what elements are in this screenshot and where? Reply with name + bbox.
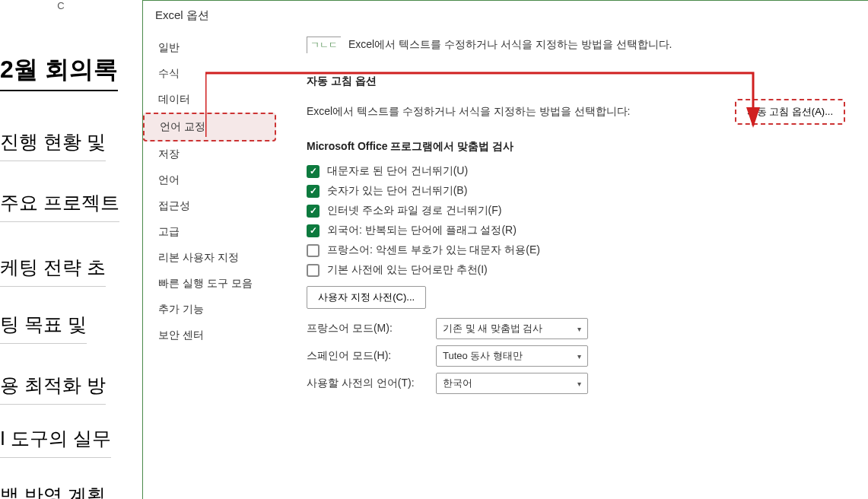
checkbox-french-accent-label: 프랑스어: 악센트 부호가 있는 대문자 허용(E) (327, 243, 540, 257)
sheet-row: 케팅 전략 초 (0, 255, 106, 287)
spanish-mode-select[interactable]: Tuteo 동사 형태만 ▾ (436, 345, 588, 367)
spanish-mode-value: Tuteo 동사 형태만 (443, 349, 523, 363)
autocorrect-options-button[interactable]: 자동 고침 옵션(A)... (735, 99, 845, 125)
checkbox-repeated[interactable]: ✓ (307, 224, 320, 237)
intro-text: Excel에서 텍스트를 수정하거나 서식을 지정하는 방법을 선택합니다. (348, 38, 672, 52)
checkbox-numbers-label: 숫자가 있는 단어 건너뛰기(B) (327, 184, 467, 198)
checkbox-main-dict-label: 기본 사전에 있는 단어로만 추천(I) (327, 263, 488, 277)
excel-options-dialog: Excel 옵션 일반 수식 데이터 언어 교정 저장 언어 접근성 고급 리본… (142, 0, 868, 499)
sheet-row: 주요 프로젝트 (0, 190, 119, 222)
sheet-row: 진행 현황 및 (0, 129, 106, 161)
checkbox-internet[interactable]: ✓ (307, 205, 320, 218)
nav-item-general[interactable]: 일반 (143, 35, 276, 61)
custom-dictionaries-button[interactable]: 사용자 지정 사전(C)... (307, 286, 426, 309)
french-mode-select[interactable]: 기존 및 새 맞춤법 검사 ▾ (436, 318, 588, 339)
chevron-down-icon: ▾ (577, 325, 581, 333)
dict-language-value: 한국어 (443, 377, 472, 390)
nav-item-ribbon[interactable]: 리본 사용자 지정 (143, 245, 276, 271)
checkbox-french-accent[interactable] (307, 244, 320, 257)
chevron-down-icon: ▾ (577, 380, 581, 388)
nav-item-trust[interactable]: 보안 센터 (143, 323, 276, 348)
nav-item-advanced[interactable]: 고급 (143, 219, 276, 245)
dict-language-select[interactable]: 한국어 ▾ (436, 373, 588, 394)
spreadsheet-background: C 2월 회의록 진행 현황 및 주요 프로젝트 케팅 전략 초 팅 목표 및 … (0, 0, 152, 499)
options-content: ㄱㄴㄷ Excel에서 텍스트를 수정하거나 서식을 지정하는 방법을 선택합니… (276, 29, 868, 497)
sheet-row: 용 최적화 방 (0, 373, 106, 405)
nav-item-addins[interactable]: 추가 기능 (143, 297, 276, 323)
checkbox-internet-label: 인터넷 주소와 파일 경로 건너뛰기(F) (327, 204, 501, 218)
nav-item-data[interactable]: 데이터 (143, 87, 276, 113)
nav-item-save[interactable]: 저장 (143, 141, 276, 167)
dict-language-label: 사용할 사전의 언어(T): (307, 377, 421, 390)
sheet-row: 팅 목표 및 (0, 312, 87, 344)
sheet-row: I 도구의 실무 (0, 426, 111, 458)
nav-item-formulas[interactable]: 수식 (143, 61, 276, 87)
checkbox-repeated-label: 외국어: 반복되는 단어에 플래그 설정(R) (327, 224, 517, 237)
nav-item-proofing[interactable]: 언어 교정 (143, 113, 276, 141)
dialog-title: Excel 옵션 (143, 1, 868, 29)
autocorrect-desc: Excel에서 텍스트를 수정하거나 서식을 지정하는 방법을 선택합니다: (307, 105, 720, 119)
column-header-c: C (38, 0, 84, 11)
sheet-row: 백 반영 계획 (0, 483, 106, 499)
section-spelling-header: Microsoft Office 프로그램에서 맞춤법 검사 (307, 140, 845, 154)
checkbox-uppercase-label: 대문자로 된 단어 건너뛰기(U) (327, 164, 468, 178)
options-nav: 일반 수식 데이터 언어 교정 저장 언어 접근성 고급 리본 사용자 지정 빠… (143, 29, 276, 497)
spanish-mode-label: 스페인어 모드(H): (307, 349, 421, 363)
sheet-title: 2월 회의록 (0, 53, 118, 91)
nav-item-language[interactable]: 언어 (143, 167, 276, 193)
chevron-down-icon: ▾ (577, 352, 581, 361)
nav-item-accessibility[interactable]: 접근성 (143, 193, 276, 219)
proofing-icon: ㄱㄴㄷ (307, 37, 341, 53)
checkbox-uppercase[interactable]: ✓ (307, 165, 320, 178)
section-autocorrect-header: 자동 고침 옵션 (307, 75, 845, 88)
checkbox-main-dict[interactable] (307, 264, 320, 277)
nav-item-qat[interactable]: 빠른 실행 도구 모음 (143, 271, 276, 297)
checkbox-numbers[interactable]: ✓ (307, 185, 320, 198)
french-mode-label: 프랑스어 모드(M): (307, 322, 421, 335)
french-mode-value: 기존 및 새 맞춤법 검사 (443, 322, 542, 335)
